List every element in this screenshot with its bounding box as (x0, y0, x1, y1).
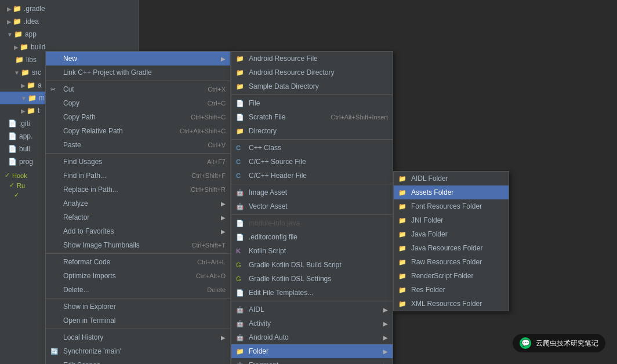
menu-item-vector-asset[interactable]: 🤖 Vector Asset (231, 199, 393, 213)
edit-templates-icon: 📄 (236, 289, 245, 297)
scopes-icon: ✏ (50, 362, 60, 365)
tree-label: app (25, 30, 37, 38)
tree-arrow: ▼ (21, 95, 27, 101)
folder-icon: 📁 (20, 43, 28, 51)
separator (46, 253, 230, 254)
menu-item-scopes-label: Edit Scopes... (63, 361, 226, 364)
menu-item-local-history[interactable]: Local History ▶ (46, 330, 230, 344)
menu-item-synchronize[interactable]: 🔄 Synchronize 'main' (46, 344, 230, 358)
menu-item-replace-in-path[interactable]: Replace in Path... Ctrl+Shift+R (46, 183, 230, 196)
activity-icon: 🤖 (236, 320, 245, 327)
menu-item-sample-data[interactable]: 📁 Sample Data Directory (231, 79, 393, 93)
menu-item-gradle-build-label: Gradle Kotlin DSL Build Script (249, 261, 388, 269)
menu-item-show-thumbnails[interactable]: Show Image Thumbnails Ctrl+Shift+T (46, 238, 230, 252)
menu-item-folder[interactable]: 📁 Folder ▶ (231, 344, 393, 358)
image-asset-icon: 🤖 (236, 189, 245, 196)
submenu-arrow: ▶ (221, 56, 226, 62)
menu-item-renderscript-folder[interactable]: 📁 RenderScript Folder (394, 269, 509, 283)
menu-item-copy-label: Copy (63, 99, 196, 107)
menu-item-new-label: New (63, 54, 221, 63)
menu-item-editorconfig[interactable]: 📄 .editorconfig file (231, 230, 393, 244)
tree-label: buil (19, 145, 30, 153)
folder-icon: 📁 (13, 17, 21, 26)
menu-item-android-res-file[interactable]: 📁 Android Resource File (231, 52, 393, 65)
tree-item-idea[interactable]: ▶ 📁 .idea (0, 15, 139, 28)
menu-item-kotlin-script[interactable]: K Kotlin Script (231, 244, 393, 258)
res-folder-icon: 📁 (398, 286, 408, 294)
menu-item-image-asset-label: Image Asset (249, 188, 388, 196)
menu-item-open-terminal[interactable]: Open in Terminal (46, 314, 230, 327)
menu-item-cpp-source[interactable]: C C/C++ Source File (231, 155, 393, 169)
menu-item-jni-folder[interactable]: 📁 JNI Folder (394, 213, 509, 227)
menu-item-show-explorer[interactable]: Show in Explorer (46, 300, 230, 314)
raw-resources-icon: 📁 (398, 259, 408, 266)
menu-item-cpp-source-label: C/C++ Source File (249, 158, 388, 166)
menu-item-android-auto[interactable]: 🤖 Android Auto ▶ (231, 330, 393, 344)
menu-item-refactor[interactable]: Refactor ▶ (46, 210, 230, 224)
menu-item-gradle-build[interactable]: G Gradle Kotlin DSL Build Script (231, 258, 393, 272)
menu-item-xml-resources-label: XML Resources Folder (411, 300, 504, 308)
fragment-icon: 🤖 (236, 362, 245, 365)
shortcut-scratch: Ctrl+Alt+Shift+Insert (331, 114, 388, 121)
menu-item-add-favorites[interactable]: Add to Favorites ▶ (46, 224, 230, 238)
menu-item-android-res-dir[interactable]: 📁 Android Resource Directory (231, 65, 393, 79)
menu-item-file[interactable]: 📄 File (231, 96, 393, 110)
menu-item-edit-templates[interactable]: 📄 Edit File Templates... (231, 286, 393, 300)
menu-item-copy-relative[interactable]: Copy Relative Path Ctrl+Alt+Shift+C (46, 124, 230, 138)
menu-item-paste[interactable]: Paste Ctrl+V (46, 138, 230, 152)
tree-item-app[interactable]: ▼ 📁 app (0, 28, 139, 41)
font-resources-icon: 📁 (398, 203, 408, 210)
menu-item-aidl[interactable]: 🤖 AIDL ▶ (231, 303, 393, 316)
menu-item-gradle-settings[interactable]: G Gradle Kotlin DSL Settings (231, 272, 393, 286)
shortcut-paste: Ctrl+V (208, 141, 226, 148)
cpp-class-icon: C (236, 144, 245, 151)
menu-item-delete[interactable]: Delete... Delete (46, 283, 230, 297)
menu-item-scratch[interactable]: 📄 Scratch File Ctrl+Alt+Shift+Insert (231, 110, 393, 124)
menu-item-reformat[interactable]: Reformat Code Ctrl+Alt+L (46, 255, 230, 269)
menu-item-aidl-folder[interactable]: 📁 AIDL Folder (394, 172, 509, 185)
tree-label: a (38, 81, 42, 89)
menu-item-optimize-imports[interactable]: Optimize Imports Ctrl+Alt+O (46, 269, 230, 283)
shortcut-optimize: Ctrl+Alt+O (196, 272, 226, 279)
menu-item-cut-label: Cut (63, 85, 196, 93)
menu-item-link-cpp[interactable]: Link C++ Project with Gradle (46, 65, 230, 79)
menu-item-fragment[interactable]: 🤖 Fragment ▶ (231, 358, 393, 364)
android-res-dir-icon: 📁 (236, 69, 245, 77)
menu-item-analyze[interactable]: Analyze ▶ (46, 196, 230, 210)
tree-label: .gradle (24, 5, 45, 13)
menu-item-cpp-header[interactable]: C C/C++ Header File (231, 169, 393, 183)
menu-item-assets-folder[interactable]: 📁 Assets Folder (394, 185, 509, 199)
tree-item-gradle[interactable]: ▶ 📁 .gradle (0, 2, 139, 15)
menu-item-directory[interactable]: 📁 Directory (231, 124, 393, 138)
menu-item-raw-resources-folder[interactable]: 📁 Raw Resources Folder (394, 255, 509, 269)
folder-icon: 📁 (21, 68, 30, 77)
menu-item-cpp-class[interactable]: C C++ Class (231, 141, 393, 155)
menu-item-find-in-path[interactable]: Find in Path... Ctrl+Shift+F (46, 169, 230, 183)
menu-item-jni-folder-label: JNI Folder (411, 216, 504, 224)
menu-item-image-asset[interactable]: 🤖 Image Asset (231, 185, 393, 199)
menu-item-java-folder[interactable]: 📁 Java Folder (394, 227, 509, 241)
menu-item-java-resources-folder[interactable]: 📁 Java Resources Folder (394, 241, 509, 255)
menu-item-edit-scopes[interactable]: ✏ Edit Scopes... (46, 358, 230, 364)
menu-item-copy-path[interactable]: Copy Path Ctrl+Shift+C (46, 110, 230, 124)
java-resources-folder-icon: 📁 (398, 245, 408, 252)
menu-item-res-folder[interactable]: 📁 Res Folder (394, 283, 509, 297)
shortcut-reformat: Ctrl+Alt+L (197, 259, 226, 265)
menu-item-copy[interactable]: Copy Ctrl+C (46, 96, 230, 110)
submenu-arrow-aidl: ▶ (383, 307, 388, 313)
menu-item-font-resources-folder[interactable]: 📁 Font Resources Folder (394, 199, 509, 213)
menu-item-xml-resources-folder[interactable]: 📁 XML Resources Folder (394, 297, 509, 311)
menu-item-activity[interactable]: 🤖 Activity ▶ (231, 316, 393, 330)
android-auto-icon: 🤖 (236, 334, 245, 341)
tree-arrow: ▼ (7, 31, 13, 38)
folder-icon: 📁 (28, 94, 37, 102)
tree-label: libs (26, 56, 37, 64)
context-menu-new: 📁 Android Resource File 📁 Android Resour… (231, 51, 393, 364)
menu-item-java-resources-folder-label: Java Resources Folder (411, 244, 504, 252)
menu-item-link-label: Link C++ Project with Gradle (63, 68, 226, 77)
menu-item-kotlin-script-label: Kotlin Script (249, 247, 388, 255)
submenu-arrow-activity: ▶ (383, 321, 388, 327)
menu-item-new[interactable]: New ▶ (46, 52, 230, 65)
menu-item-find-usages[interactable]: Find Usages Alt+F7 (46, 155, 230, 169)
menu-item-cut[interactable]: ✂ Cut Ctrl+X (46, 82, 230, 96)
